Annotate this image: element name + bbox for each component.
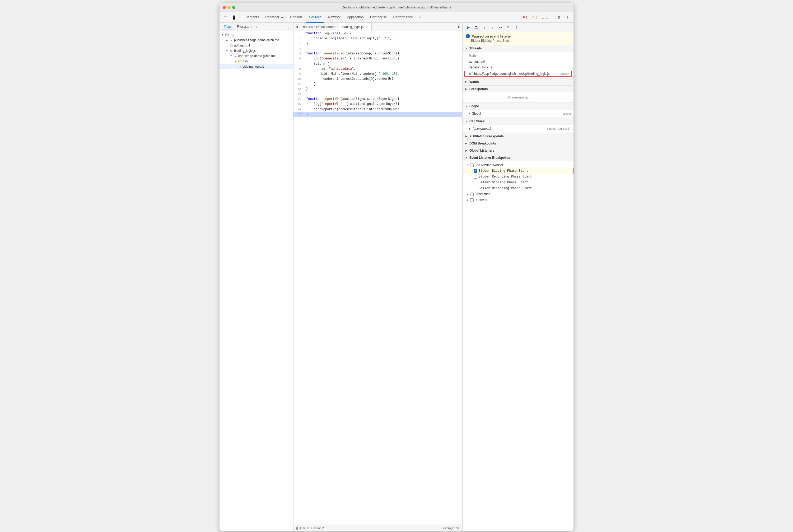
event-listener-content: ▼ − Ad Auction Worklet ✓ Bidder Bidding …	[462, 161, 573, 204]
left-panel: Page Filesystem » ⋮ ▼ top	[220, 23, 294, 531]
folder-outline-icon	[225, 33, 229, 37]
cursor-icon: ⬚	[224, 15, 227, 20]
checkbox-bidder-reporting[interactable]	[474, 175, 477, 178]
editor-tab-nav-right[interactable]: ▶	[456, 23, 462, 31]
canvas-header[interactable]: ▶ Canvas	[462, 197, 573, 203]
toolbar-separator-2	[552, 15, 552, 20]
dom-header[interactable]: ▶ DOM Breakpoints	[462, 140, 573, 147]
format-icon[interactable]: {}	[296, 527, 298, 530]
tree-item-bidding-js[interactable]: JS bidding_logic.js	[220, 64, 293, 69]
thread-adtag[interactable]: ad-tag.html	[462, 59, 573, 64]
editor-tab-bidding[interactable]: bidding_logic.js ✕	[339, 23, 372, 31]
step-into-button[interactable]: ↓	[481, 24, 488, 31]
checkbox-bidder-bidding[interactable]: ✓	[474, 169, 477, 173]
tab-lighthouse[interactable]: Lighthouse	[367, 12, 390, 23]
thread-bidding-selected[interactable]: ▶ https://dsp-fledge-demo.glitch.me/dsp/…	[464, 71, 572, 77]
event-seller-reporting[interactable]: Seller Reporting Phase Start	[462, 186, 573, 191]
checkbox-canvas[interactable]	[470, 198, 474, 202]
step-out-button[interactable]: ↑	[489, 24, 496, 31]
info-badge[interactable]: 💬 1	[540, 15, 549, 20]
error-badge[interactable]: ✖ 1	[521, 15, 529, 20]
cursor-tool-button[interactable]: ⬚	[222, 14, 229, 21]
tab-filesystem[interactable]: Filesystem	[234, 24, 254, 30]
checkbox-seller-reporting[interactable]	[474, 187, 477, 190]
tree-item-dsp-domain[interactable]: ▼ ☁ dsp-fledge-demo.glitch.me	[220, 53, 293, 59]
code-line-10: 10 render: interestGroup.ads[0].renderUr…	[294, 77, 462, 82]
animation-header[interactable]: ▶ Animation	[462, 191, 573, 197]
tab-console[interactable]: Console	[287, 12, 305, 23]
tab-sources[interactable]: Sources	[306, 12, 324, 23]
resume-button[interactable]: ▶	[465, 24, 472, 31]
paused-title: i Paused on event listener	[466, 34, 570, 38]
tab-performance[interactable]: Performance	[391, 12, 415, 23]
tree-item-dsp-folder[interactable]: ▼ 📁 dsp	[220, 59, 293, 64]
checkbox-animation[interactable]	[470, 193, 474, 196]
thread-decision[interactable]: decision_logic.js	[462, 64, 573, 70]
status-bar: {} Line 17, Column 2 Coverage: n/a	[294, 525, 462, 531]
tree-item-bidding-gear[interactable]: ▼ ⚙ bidding_logic.js	[220, 48, 293, 53]
cloud-icon-publisher: ☁	[229, 38, 233, 42]
maximize-button[interactable]	[232, 6, 235, 9]
watch-header[interactable]: ▶ Watch	[462, 78, 573, 85]
editor-panel: ◀ index.html?fencedframe bidding_logic.j…	[294, 23, 462, 531]
checkbox-seller-scoring[interactable]	[474, 181, 477, 184]
editor-tab-index[interactable]: index.html?fencedframe	[300, 23, 339, 31]
tree-item-publisher[interactable]: ▶ ☁ publisher-fledge-demo.glitch.me	[220, 38, 293, 43]
tab-network[interactable]: Network	[325, 12, 343, 23]
debug-toolbar: ▶ ↓ ↑ ⇢ ✎ ⏸	[462, 23, 573, 32]
threads-header[interactable]: ▼ Threads	[462, 45, 573, 52]
edit-breakpoints-button[interactable]: ✎	[505, 24, 512, 31]
tree-item-top[interactable]: ▼ top	[220, 32, 293, 38]
close-button[interactable]	[223, 6, 226, 9]
mobile-tool-button[interactable]: 📱	[230, 14, 238, 21]
event-bidder-bidding[interactable]: ✓ Bidder Bidding Phase Start	[462, 168, 573, 174]
deactivate-breakpoints-button[interactable]: ⏸	[513, 24, 520, 31]
event-bidder-reporting[interactable]: Bidder Reporting Phase Start	[462, 174, 573, 179]
scope-global-label: Global	[472, 112, 481, 115]
scope-global[interactable]: ▶ Global global	[462, 111, 573, 116]
more-menu-button[interactable]: ⋮	[564, 14, 571, 21]
traffic-lights	[223, 6, 235, 9]
debugger-panel: ▶ ↓ ↑ ⇢ ✎ ⏸ i Paused on event listener B…	[462, 23, 573, 531]
svg-rect-1	[225, 34, 227, 34]
global-listeners-header[interactable]: ▶ Global Listeners	[462, 147, 573, 154]
xhr-header[interactable]: ▶ XHR/fetch Breakpoints	[462, 133, 573, 140]
threads-arrow: ▼	[465, 47, 468, 50]
step-over-button[interactable]	[473, 24, 480, 31]
thread-main[interactable]: Main	[462, 53, 573, 59]
warning-icon: ⚠	[532, 16, 535, 19]
window-title: DevTools - publisher-fledge-demo.glitch.…	[342, 5, 451, 9]
call-stack-header[interactable]: ▼ Call Stack	[462, 118, 573, 125]
tab-more[interactable]: »	[417, 12, 424, 23]
event-seller-scoring[interactable]: Seller Scoring Phase Start	[462, 179, 573, 186]
step-button[interactable]: ⇢	[497, 24, 504, 31]
dom-arrow: ▶	[465, 142, 468, 145]
scope-header[interactable]: ▼ Scope	[462, 103, 573, 110]
tab-application[interactable]: Application	[344, 12, 366, 23]
event-bidder-reporting-label: Bidder Reporting Phase Start	[479, 175, 532, 178]
minimize-button[interactable]	[227, 6, 231, 9]
tab-elements[interactable]: Elements	[242, 12, 262, 23]
call-anonymous[interactable]: ▶ (anonymous) bidding_logic.js:17	[462, 126, 573, 132]
editor-tab-close-button[interactable]: ✕	[365, 25, 369, 29]
ad-auction-worklet-header[interactable]: ▼ − Ad Auction Worklet	[462, 162, 573, 168]
global-listeners-arrow: ▶	[465, 149, 468, 152]
warning-badge[interactable]: ⚠ 1	[530, 15, 539, 20]
breakpoints-arrow: ▶	[465, 88, 468, 90]
tab-recorder[interactable]: Recorder ▲	[263, 12, 286, 23]
tree-item-adtag[interactable]: ⬜ ad-tag.html	[220, 43, 293, 48]
breakpoints-section: ▶ Breakpoints No breakpoints	[462, 86, 573, 103]
breakpoints-header[interactable]: ▶ Breakpoints	[462, 86, 573, 92]
scope-arrow: ▼	[465, 105, 468, 108]
svg-rect-0	[225, 34, 228, 36]
sync-icon[interactable]: ⋮	[286, 24, 291, 30]
event-listener-header[interactable]: ▼ Event Listener Breakpoints	[462, 154, 573, 161]
editor-tab-nav-left[interactable]: ◀	[294, 23, 300, 31]
tab-page[interactable]: Page	[222, 24, 234, 30]
panel-tabs-more[interactable]: »	[256, 25, 258, 29]
code-line-17: 17 }	[294, 112, 462, 117]
code-area[interactable]: 1 function log(label, o) { 2 console.log…	[294, 31, 462, 525]
thread-arrow-icon: ▶	[469, 72, 473, 75]
settings-button[interactable]: ⚙	[555, 14, 562, 21]
tree-arrow-dsp-folder: ▼	[233, 59, 238, 63]
